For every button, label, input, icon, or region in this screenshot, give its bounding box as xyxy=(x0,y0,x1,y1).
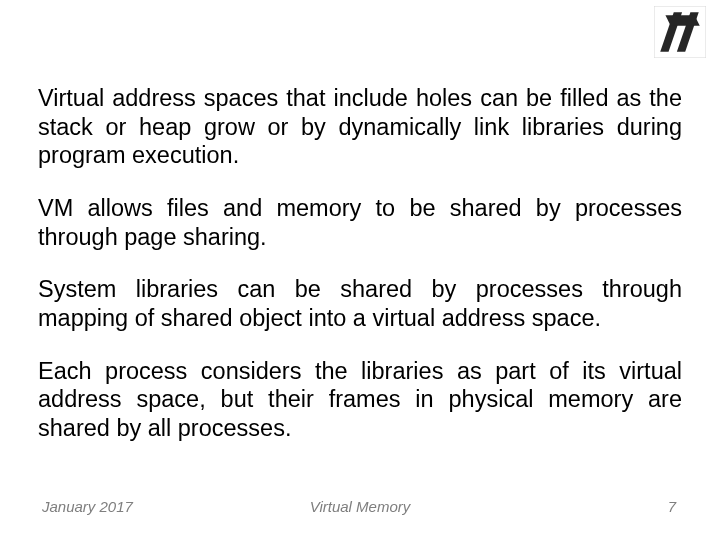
svg-marker-3 xyxy=(665,15,699,25)
paragraph-2: VM allows files and memory to be shared … xyxy=(38,194,682,251)
slide-body: Virtual address spaces that include hole… xyxy=(38,84,682,467)
slide-footer: January 2017 Virtual Memory 7 xyxy=(0,498,720,522)
paragraph-1: Virtual address spaces that include hole… xyxy=(38,84,682,170)
footer-title: Virtual Memory xyxy=(0,498,720,515)
paragraph-3: System libraries can be shared by proces… xyxy=(38,275,682,332)
footer-page-number: 7 xyxy=(668,498,676,515)
slide: Virtual address spaces that include hole… xyxy=(0,0,720,540)
paragraph-4: Each process considers the libraries as … xyxy=(38,357,682,443)
institution-logo-icon xyxy=(654,6,706,58)
